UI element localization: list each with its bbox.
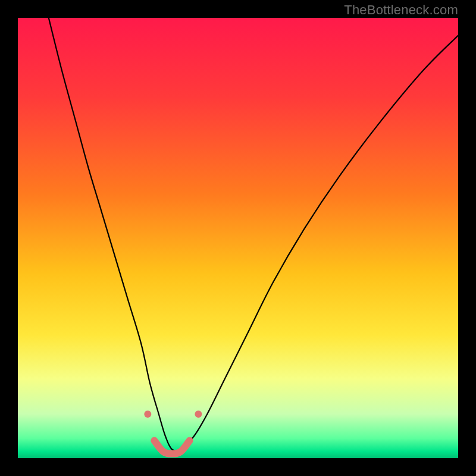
chart-frame: TheBottleneck.com [0, 0, 476, 476]
svg-point-1 [144, 411, 151, 418]
chart-overlay [18, 18, 458, 458]
marker-overlay [144, 411, 202, 454]
plot-area [18, 18, 458, 458]
bottleneck-curve [49, 18, 458, 451]
svg-point-2 [195, 411, 202, 418]
watermark-text: TheBottleneck.com [344, 2, 458, 18]
